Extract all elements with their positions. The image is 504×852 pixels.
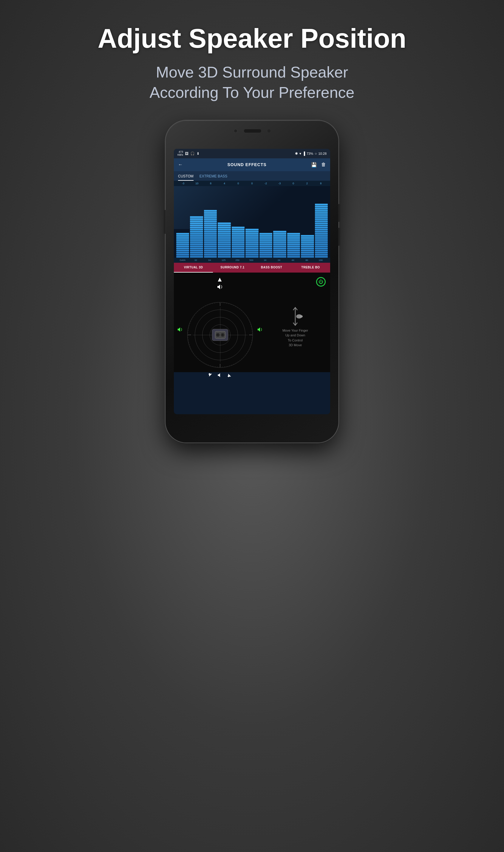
eq-bar-6[interactable]	[259, 186, 272, 258]
page-title: Adjust Speaker Position	[97, 24, 406, 53]
eq-val-4: 0	[235, 182, 241, 185]
eq-val-8: 0	[290, 182, 296, 185]
delete-button[interactable]: 🗑	[321, 162, 326, 168]
earpiece	[244, 129, 262, 133]
phone-shell: 473 KB/s 🖼 🎧 ⬇ ✱ ▾ ▐ 73% ○ 10:28	[165, 121, 339, 442]
eq-freq-6: 2K	[275, 259, 283, 261]
power-toggle[interactable]: ⏻	[316, 277, 326, 287]
volume-down-button[interactable]	[339, 228, 340, 246]
eq-val-1: 10	[194, 182, 200, 185]
eq-bar-3[interactable]	[218, 186, 231, 258]
eq-val-9: 2	[304, 182, 310, 185]
headphones-icon: 🎧	[190, 151, 195, 156]
speaker-row	[177, 292, 263, 369]
eq-bar-9[interactable]	[301, 186, 314, 258]
svg-point-13	[300, 315, 303, 318]
phone-mockup: 473 KB/s 🖼 🎧 ⬇ ✱ ▾ ▐ 73% ○ 10:28	[165, 121, 339, 442]
eq-freq-row: GAIN 32 64 125 250 500 1K 2K 4K 8K 16K	[174, 258, 330, 263]
eq-val-2: 8	[208, 182, 214, 185]
eq-bar-7[interactable]	[273, 186, 286, 258]
back-button[interactable]: ←	[178, 162, 183, 167]
power-icon: ⏻	[319, 279, 323, 285]
app-title: SOUND EFFECTS	[227, 162, 266, 167]
eq-val-0: -3	[180, 182, 186, 185]
speaker-left-icon	[177, 326, 183, 334]
page-subtitle: Move 3D Surround Speaker According To Yo…	[149, 62, 354, 103]
tab-custom[interactable]: CUSTOM	[178, 171, 194, 181]
eq-freq-2: 125	[220, 259, 227, 261]
volume-up-button[interactable]	[339, 204, 340, 222]
tab-trebleboost[interactable]: TREBLE BO	[291, 263, 330, 273]
clock: 10:28	[318, 152, 327, 156]
eq-val-10: 8	[318, 182, 324, 185]
status-left: 473 KB/s 🖼 🎧 ⬇	[177, 150, 199, 157]
eq-val-7: -3	[276, 182, 283, 185]
eq-freq-4: 500	[248, 259, 255, 261]
eq-freq-1: 64	[206, 259, 213, 261]
eq-values-row: -3 10 8 4 0 0 -2 -3 0 2 8	[174, 181, 330, 186]
center-speaker-icon	[212, 329, 229, 341]
eq-val-5: 0	[249, 182, 255, 185]
save-button[interactable]: 💾	[311, 162, 317, 168]
eq-bars	[174, 186, 330, 258]
eq-bar-5[interactable]	[246, 186, 258, 258]
eq-bar-8[interactable]	[287, 186, 300, 258]
eq-bar-1[interactable]	[190, 186, 203, 258]
battery-percent: 73%	[307, 152, 313, 156]
virtual3d-panel: ▲	[174, 273, 330, 372]
front-camera	[234, 129, 238, 133]
data-speed: 473 KB/s	[177, 150, 183, 157]
eq-freq-9: 16K	[317, 259, 324, 261]
wifi-icon: ▾	[300, 151, 301, 156]
eq-gain-label: GAIN	[180, 259, 185, 261]
eq-bar-10[interactable]	[315, 186, 328, 258]
app-header: ← SOUND EFFECTS 💾 🗑	[174, 158, 330, 171]
speaker-right-icon	[257, 326, 263, 334]
preset-tabs: CUSTOM EXTREME BASS	[174, 171, 330, 181]
phone-screen: 473 KB/s 🖼 🎧 ⬇ ✱ ▾ ▐ 73% ○ 10:28	[174, 149, 330, 414]
eq-bar-4[interactable]	[232, 186, 245, 258]
phone-top	[234, 129, 270, 133]
eq-freq-0: 32	[192, 259, 199, 261]
gesture-illustration	[288, 306, 303, 328]
status-bar: 473 KB/s 🖼 🎧 ⬇ ✱ ▾ ▐ 73% ○ 10:28	[174, 149, 330, 158]
tab-extreme-bass[interactable]: EXTREME BASS	[199, 171, 227, 181]
power-button[interactable]	[164, 210, 165, 234]
tab-bassboost[interactable]: BASS BOOST	[252, 263, 291, 273]
header-actions: 💾 🗑	[311, 162, 326, 168]
eq-freq-8: 8K	[303, 259, 310, 261]
speaker-top-icon: ▲	[217, 275, 224, 290]
instruction-text: Move Your Finger Up and Down To Control …	[283, 328, 308, 348]
eq-val-6: -2	[263, 182, 269, 185]
eq-freq-7: 4K	[289, 259, 296, 261]
eq-bar-0[interactable]	[176, 186, 189, 258]
signal-icon: ▐	[303, 151, 305, 156]
tab-surround71[interactable]: SURROUND 7.1	[213, 263, 252, 273]
status-right: ✱ ▾ ▐ 73% ○ 10:28	[295, 151, 327, 156]
svg-point-9	[221, 334, 224, 336]
bluetooth-icon: ✱	[295, 151, 298, 156]
eq-visualizer[interactable]	[174, 186, 330, 258]
battery-icon: ○	[314, 151, 317, 156]
instruction-panel: ⏻	[263, 275, 327, 369]
eq-freq-5: 1K	[262, 259, 269, 261]
eq-bar-2[interactable]	[204, 186, 217, 258]
eq-val-3: 4	[221, 182, 228, 185]
tab-virtual3d[interactable]: VIRTUAL 3D	[174, 263, 213, 273]
bottom-speakers	[208, 372, 233, 378]
download-icon: ⬇	[197, 151, 199, 156]
eq-freq-3: 250	[234, 259, 241, 261]
effect-tabs: VIRTUAL 3D SURROUND 7.1 BASS BOOST TREBL…	[174, 263, 330, 273]
gallery-icon: 🖼	[185, 151, 188, 156]
speaker-position-diagram[interactable]	[186, 301, 254, 369]
svg-point-7	[217, 334, 219, 336]
proximity-sensor	[268, 129, 270, 132]
